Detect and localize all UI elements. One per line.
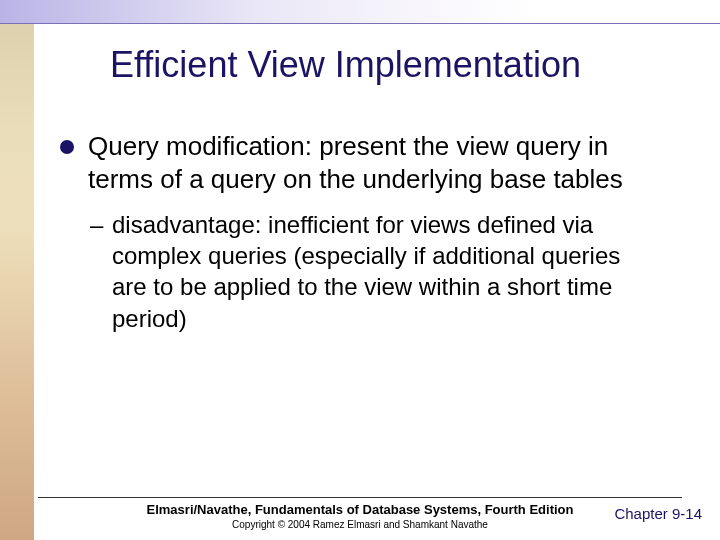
decorative-top-band [0, 0, 720, 24]
slide-body: Query modification: present the view que… [60, 130, 660, 334]
slide: Efficient View Implementation Query modi… [0, 0, 720, 540]
bullet1-text: Query modification: present the view que… [88, 131, 623, 194]
page-number: Chapter 9-14 [614, 505, 702, 522]
decorative-left-band [0, 24, 34, 540]
footer-divider [38, 497, 682, 498]
bullet2-text: disadvantage: inefficient for views defi… [112, 211, 620, 332]
bullet-level-1: Query modification: present the view que… [60, 130, 660, 195]
footer-sub-text: Copyright © 2004 Ramez Elmasri and Shamk… [0, 519, 720, 530]
footer-main-text: Elmasri/Navathe, Fundamentals of Databas… [0, 502, 720, 517]
dash-icon: – [90, 209, 103, 240]
slide-footer: Elmasri/Navathe, Fundamentals of Databas… [0, 497, 720, 530]
bullet-level-2: – disadvantage: inefficient for views de… [90, 209, 660, 334]
slide-title: Efficient View Implementation [110, 44, 680, 86]
